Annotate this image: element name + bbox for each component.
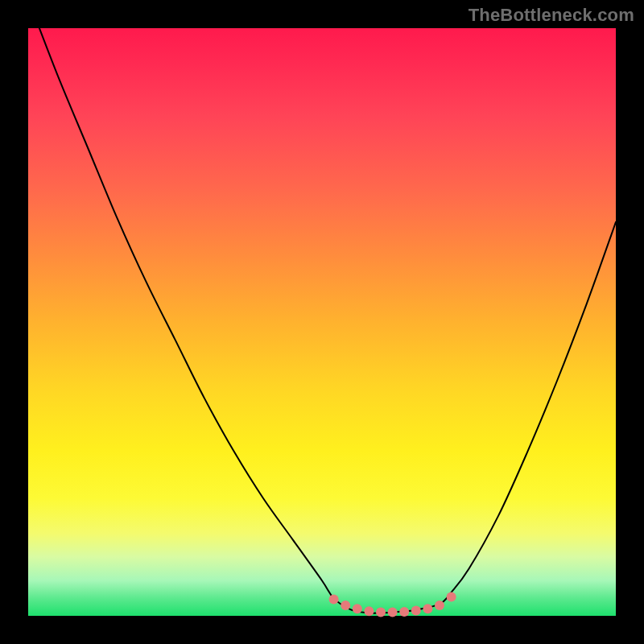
plot-area [28, 28, 616, 616]
chart-frame: TheBottleneck.com [0, 0, 644, 644]
watermark-text: TheBottleneck.com [469, 5, 634, 26]
